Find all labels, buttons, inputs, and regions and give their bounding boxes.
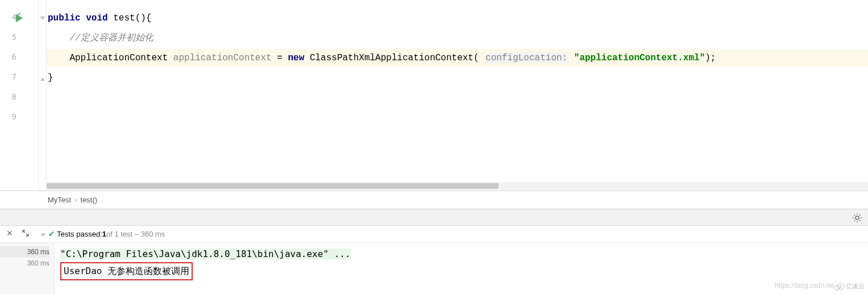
test-status-label: Tests passed:	[57, 230, 102, 238]
code-editor[interactable]: 4 5 6 7 8 9 public void test(){ //定义容器并初…	[0, 0, 868, 191]
test-pass-count: 1	[102, 230, 106, 238]
console-line: "C:\Program Files\Java\jdk1.8.0_181\bin\…	[60, 249, 351, 259]
horizontal-scrollbar[interactable]	[47, 182, 868, 190]
test-status-bar: » ✔ Tests passed: 1 of 1 test – 360 ms	[0, 226, 868, 243]
timing-value: 360 ms	[0, 246, 49, 258]
svg-point-3	[840, 285, 842, 287]
breadcrumb: MyTest › test()	[0, 191, 868, 209]
breadcrumb-separator: ›	[74, 196, 77, 204]
line-number: 8	[5, 92, 16, 101]
line-number: 6	[5, 52, 16, 61]
breadcrumb-item[interactable]: test()	[81, 196, 98, 204]
watermark-text: https://blog.csdn.ne	[775, 281, 834, 289]
code-line: //定义容器并初始化	[48, 32, 153, 44]
scrollbar-thumb[interactable]	[47, 183, 499, 189]
line-number: 5	[5, 32, 16, 42]
console-output[interactable]: "C:\Program Files\Java\jdk1.8.0_181\bin\…	[55, 243, 868, 294]
timing-value: 360 ms	[0, 258, 49, 269]
code-line: }	[48, 72, 53, 84]
svg-point-0	[855, 216, 859, 220]
check-icon: ✔	[48, 230, 55, 238]
tool-window-header	[0, 209, 868, 226]
logo-watermark: 亿速云	[833, 282, 865, 291]
line-number: 9	[5, 112, 16, 121]
highlighted-output: UserDao 无参构造函数被调用	[60, 262, 193, 280]
code-line: public void test(){	[48, 13, 151, 24]
console-panel: 360 ms 360 ms "C:\Program Files\Java\jdk…	[0, 243, 868, 294]
test-status-detail: of 1 test – 360 ms	[106, 230, 165, 238]
code-line: ApplicationContext applicationContext = …	[48, 52, 716, 64]
test-timing-column: 360 ms 360 ms	[0, 243, 55, 294]
collapse-icon[interactable]	[6, 229, 14, 239]
breadcrumb-item[interactable]: MyTest	[48, 196, 71, 204]
line-number: 7	[5, 72, 16, 81]
code-content[interactable]: public void test(){ //定义容器并初始化 Applicati…	[39, 0, 868, 191]
gear-icon[interactable]	[852, 213, 862, 223]
gutter: 4 5 6 7 8 9	[0, 0, 39, 191]
expand-icon[interactable]	[22, 229, 30, 239]
run-test-icon[interactable]	[14, 13, 25, 24]
svg-point-1	[834, 285, 840, 290]
chevron-icon: »	[41, 230, 45, 238]
